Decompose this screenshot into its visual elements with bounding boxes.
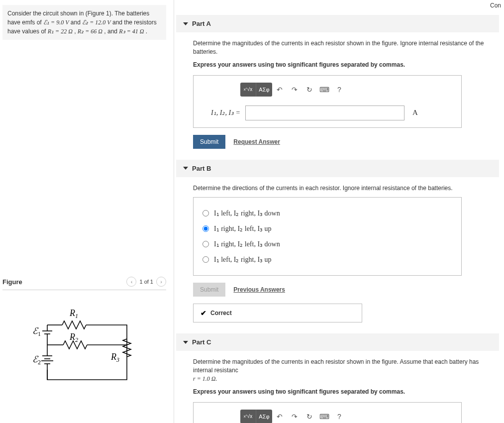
problem-comma2: , and: [104, 28, 119, 35]
part-c: Part C Determine the magnitudes of the c…: [176, 333, 499, 423]
part-c-toolbar: x°√x ΑΣφ ↶ ↷ ↻ ⌨ ?: [240, 410, 454, 423]
help-icon[interactable]: ?: [332, 83, 347, 97]
problem-r2: R₂ = 66 Ω: [78, 28, 102, 35]
problem-e1: ℰ₁ = 9.0 V: [43, 19, 69, 26]
keyboard-icon[interactable]: ⌨: [317, 83, 332, 97]
part-c-prompt-r: r = 1.0 Ω.: [193, 375, 217, 382]
redo-icon[interactable]: ↷: [287, 83, 302, 97]
part-a-request-answer-link[interactable]: Request Answer: [233, 138, 280, 145]
caret-down-icon: [183, 167, 188, 170]
mc-label-3: I₁ left, I₂ right, I₃ up: [214, 255, 272, 264]
problem-statement: Consider the circuit shown in (Figure 1)…: [2, 5, 166, 40]
templates-icon[interactable]: x°√x: [240, 83, 256, 97]
label-e2: ℰ2: [32, 354, 41, 366]
undo-icon[interactable]: ↶: [272, 410, 287, 423]
problem-r3: R₃ = 41 Ω: [119, 28, 144, 35]
part-b: Part B Determine the directions of the c…: [176, 160, 499, 330]
part-c-instruction: Express your answers using two significa…: [193, 388, 492, 395]
label-r2: R2: [69, 332, 78, 343]
circuit-figure: R1 R2 R3 ℰ1 ℰ2: [2, 290, 166, 405]
mc-option-2[interactable]: I₁ right, I₂ left, I₃ down: [202, 236, 452, 252]
mc-option-0[interactable]: I₁ left, I₂ right, I₃ down: [202, 206, 452, 221]
part-b-options: I₁ left, I₂ right, I₃ down I₁ right, I₂ …: [193, 197, 462, 276]
symbols-icon[interactable]: ΑΣφ: [256, 83, 272, 97]
symbols-icon[interactable]: ΑΣφ: [256, 410, 272, 423]
part-c-header[interactable]: Part C: [176, 333, 499, 351]
keyboard-icon[interactable]: ⌨: [317, 410, 332, 423]
part-a: Part A Determine the magnitudes of the c…: [176, 15, 499, 156]
check-icon: ✔: [201, 309, 206, 317]
part-a-instruction: Express your answers using two significa…: [193, 61, 492, 68]
problem-and1: and: [71, 19, 82, 26]
reset-icon[interactable]: ↻: [302, 410, 317, 423]
part-a-title: Part A: [192, 20, 211, 27]
part-c-title: Part C: [192, 338, 211, 346]
help-icon[interactable]: ?: [332, 410, 347, 423]
part-c-prompt: Determine the magnitudes of the currents…: [193, 358, 492, 383]
mc-radio-3[interactable]: [202, 256, 209, 263]
figure-pager: ‹ 1 of 1 ›: [126, 277, 166, 287]
label-r3: R3: [110, 352, 119, 363]
figure-next-button[interactable]: ›: [156, 277, 166, 287]
part-b-previous-answers-link[interactable]: Previous Answers: [233, 286, 285, 293]
part-a-unit: A: [412, 108, 418, 117]
reset-icon[interactable]: ↻: [302, 83, 317, 97]
part-c-prompt-pre: Determine the magnitudes of the currents…: [193, 358, 479, 374]
label-r1: R1: [69, 308, 78, 319]
mc-radio-2[interactable]: [202, 241, 209, 247]
mc-label-0: I₁ left, I₂ right, I₃ down: [214, 209, 280, 217]
part-a-submit-button[interactable]: Submit: [193, 135, 225, 149]
part-a-header[interactable]: Part A: [176, 15, 499, 32]
problem-comma1: ,: [74, 28, 78, 35]
templates-icon[interactable]: x°√x: [240, 410, 256, 423]
mc-radio-0[interactable]: [202, 210, 209, 216]
caret-down-icon: [183, 22, 188, 25]
feedback-text: Correct: [210, 310, 232, 317]
part-a-prompt: Determine the magnitudes of the currents…: [193, 39, 492, 56]
part-c-answer-box: x°√x ΑΣφ ↶ ↷ ↻ ⌨ ? I₁, I₂, I₃ = A: [193, 402, 462, 423]
caret-down-icon: [183, 341, 188, 344]
mc-option-3[interactable]: I₁ left, I₂ right, I₃ up: [202, 252, 452, 267]
redo-icon[interactable]: ↷: [287, 410, 302, 423]
part-b-header[interactable]: Part B: [176, 160, 499, 177]
part-a-toolbar: x°√x ΑΣφ ↶ ↷ ↻ ⌨ ?: [240, 83, 454, 97]
figure-header: Figure ‹ 1 of 1 ›: [2, 274, 166, 290]
figure-title: Figure: [2, 278, 22, 286]
mc-label-1: I₁ right, I₂ left, I₃ up: [214, 224, 272, 233]
problem-e2: ℰ₂ = 12.0 V: [82, 19, 110, 26]
part-b-submit-button: Submit: [193, 283, 225, 297]
top-right-label: Con: [174, 0, 504, 11]
mc-radio-1[interactable]: [202, 225, 209, 232]
part-b-prompt: Determine the directions of the currents…: [193, 184, 492, 193]
part-a-answer-box: x°√x ΑΣφ ↶ ↷ ↻ ⌨ ? I₁, I₂, I₃ = A: [193, 75, 462, 128]
label-e1: ℰ1: [32, 326, 41, 337]
mc-label-2: I₁ right, I₂ left, I₃ down: [214, 240, 280, 248]
part-a-input[interactable]: [245, 106, 404, 120]
part-b-feedback: ✔ Correct: [193, 304, 362, 322]
figure-prev-button[interactable]: ‹: [126, 277, 136, 287]
problem-r1: R₁ = 22 Ω: [48, 28, 73, 35]
mc-option-1[interactable]: I₁ right, I₂ left, I₃ up: [202, 221, 452, 236]
part-b-title: Part B: [192, 165, 211, 172]
undo-icon[interactable]: ↶: [272, 83, 287, 97]
problem-period: .: [146, 28, 147, 35]
part-a-input-label: I₁, I₂, I₃ =: [201, 108, 240, 117]
figure-pager-text: 1 of 1: [139, 279, 153, 285]
